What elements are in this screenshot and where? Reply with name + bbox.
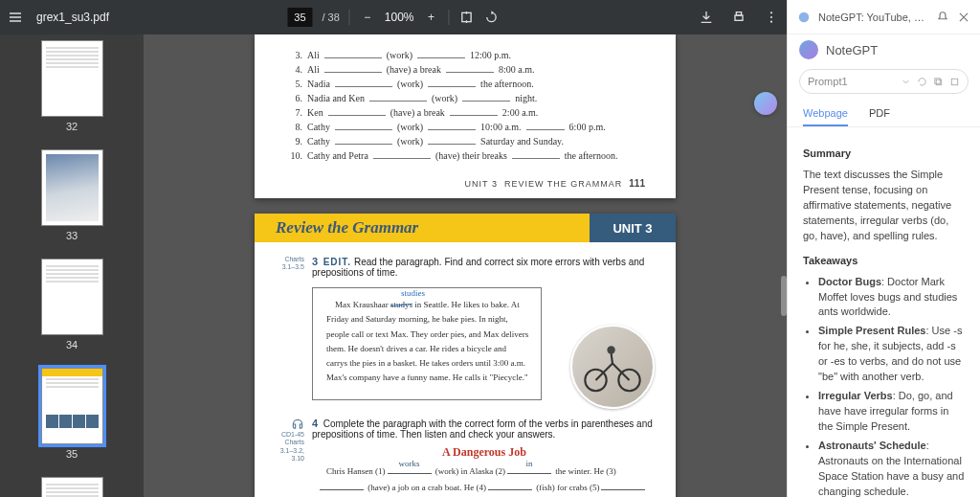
exercise-line: 9. Cathy (work) Saturday and Sunday.: [285, 136, 645, 147]
scrollbar-thumb[interactable]: [781, 276, 787, 316]
zoom-level: 100%: [385, 11, 414, 24]
download-icon[interactable]: [699, 10, 714, 25]
exercise-line: 6. Nadia and Ken (work) night.: [285, 93, 645, 103]
thumbnail-sidebar[interactable]: 32 33 34 35 36: [0, 34, 144, 497]
notegpt-panel: NoteGPT: YouTube, PDF, Web Summ… NoteGPT…: [787, 0, 980, 497]
exercise-line: 4. Ali (have) a break 8:00 a.m.: [285, 64, 645, 75]
exercise-line: 7. Ken (have) a break 2:00 a.m.: [285, 107, 645, 118]
prompt-select[interactable]: Prompt1: [799, 69, 969, 94]
tab-webpage[interactable]: Webpage: [803, 102, 848, 126]
section-title: Review the Grammar: [255, 214, 590, 242]
svg-rect-11: [935, 78, 941, 83]
takeaway-item: Irregular Verbs: Do, go, and have have i…: [818, 389, 965, 435]
svg-rect-10: [936, 79, 942, 85]
menu-icon[interactable]: [8, 10, 23, 25]
svg-rect-2: [736, 12, 741, 15]
chevron-down-icon[interactable]: [901, 77, 911, 87]
pdf-page-34btm: 3. Ali (work) 12:00 p.m.4. Ali (have) a …: [255, 34, 676, 198]
summary-body: The text discusses the Simple Present te…: [803, 168, 965, 244]
copy-icon[interactable]: [933, 77, 944, 87]
zoom-out-icon[interactable]: −: [360, 10, 375, 25]
ext-logo-icon: [797, 11, 811, 24]
svg-rect-1: [735, 15, 743, 20]
thumb-34[interactable]: 34: [41, 259, 103, 350]
refresh-icon[interactable]: [917, 77, 927, 87]
unit-badge: UNIT 3: [590, 214, 676, 242]
close-icon[interactable]: [957, 11, 970, 24]
print-icon[interactable]: [731, 10, 746, 25]
svg-rect-12: [951, 79, 957, 84]
svg-rect-0: [462, 12, 471, 21]
filename: grex1_su3.pdf: [36, 11, 109, 24]
thumb-36[interactable]: 36: [41, 477, 103, 497]
ex4-paragraph: Chris Hansen (1)works (work) in Alaska (…: [318, 463, 657, 497]
takeaway-item: Simple Present Rules: Use -s for he, she…: [818, 324, 965, 385]
page-total: / 38: [322, 11, 339, 23]
zoom-in-icon[interactable]: +: [424, 10, 439, 25]
summary-panel[interactable]: Summary The text discusses the Simple Pr…: [788, 127, 980, 497]
svg-point-9: [799, 11, 810, 22]
takeaway-item: Astronauts' Schedule: Astronauts on the …: [818, 439, 965, 497]
tab-pdf[interactable]: PDF: [869, 102, 890, 126]
svg-point-4: [770, 16, 772, 18]
svg-point-3: [770, 11, 772, 13]
brand-icon: [799, 40, 818, 59]
exercise-line: 10. Cathy and Petra (have) their breaks …: [285, 150, 645, 161]
exercise-line: 5. Nadia (work) the afternoon.: [285, 79, 645, 89]
page-input[interactable]: [287, 8, 312, 27]
page-footer: UNIT 3 REVIEW THE GRAMMAR 111: [285, 178, 645, 189]
more-icon[interactable]: [764, 10, 779, 25]
svg-point-5: [770, 21, 772, 23]
svg-point-8: [607, 346, 614, 353]
story-title: A Dangerous Job: [312, 445, 657, 460]
thumb-35[interactable]: 35: [41, 368, 103, 460]
fit-page-icon[interactable]: [459, 10, 475, 25]
takeaway-item: Doctor Bugs: Doctor Mark Moffet loves bu…: [818, 275, 965, 321]
rotate-icon[interactable]: [484, 10, 500, 25]
summary-heading: Summary: [803, 147, 965, 162]
exercise-line: 8. Cathy (work) 10:00 a.m. 6:00 p.m.: [285, 122, 645, 132]
thumb-32[interactable]: 32: [41, 40, 103, 132]
takeaways-heading: Takeaways: [803, 254, 965, 269]
exercise-line: 3. Ali (work) 12:00 p.m.: [285, 50, 645, 60]
pdf-toolbar: grex1_su3.pdf / 38 − 100% +: [0, 0, 787, 34]
ext-name: NoteGPT: YouTube, PDF, Web Summ…: [818, 11, 928, 23]
edit-paragraph: studies Max Kraushaar studys in Seattle.…: [312, 287, 542, 400]
export-icon[interactable]: [949, 77, 960, 87]
page-area[interactable]: 3. Ali (work) 12:00 p.m.4. Ali (have) a …: [144, 34, 787, 497]
bell-icon[interactable]: [936, 11, 949, 24]
pdf-page-35: Review the Grammar UNIT 3 Charts3.1–3.5 …: [255, 214, 676, 497]
cyclist-image: [570, 325, 655, 409]
brand-name: NoteGPT: [826, 43, 878, 57]
thumb-33[interactable]: 33: [41, 149, 103, 241]
notegpt-float-icon[interactable]: [754, 92, 777, 115]
